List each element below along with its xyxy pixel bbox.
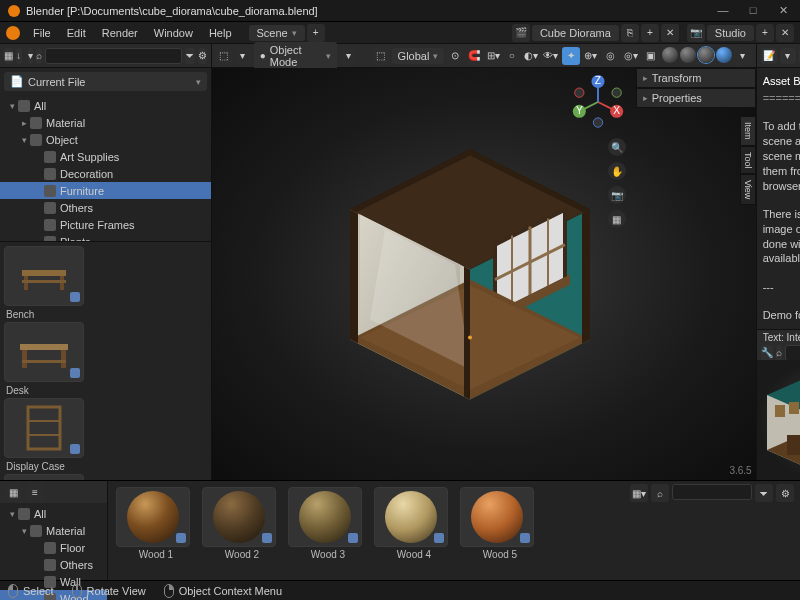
search-icon[interactable]: ⌕	[776, 345, 782, 360]
perspective-tool[interactable]: ▦	[608, 210, 626, 228]
tree-item[interactable]: Others	[0, 556, 107, 573]
menu-window[interactable]: Window	[147, 25, 200, 41]
transform-orientation[interactable]: Global ▾	[392, 48, 445, 64]
tree-item[interactable]: ▾Material	[0, 522, 107, 539]
orientation-icon[interactable]: ⬚	[373, 47, 389, 65]
tab-item[interactable]: Item	[740, 116, 756, 146]
proportional-type-button[interactable]: ◐▾	[523, 47, 539, 65]
material-card[interactable]: Wood 1	[116, 487, 196, 574]
preview-viewport[interactable]: 🔍 ✋	[757, 360, 800, 480]
bottom-search-input[interactable]	[672, 484, 752, 500]
menu-help[interactable]: Help	[202, 25, 239, 41]
material-card[interactable]: Wood 4	[374, 487, 454, 574]
shading-solid[interactable]	[680, 47, 696, 63]
workspace-tab[interactable]: Scene▾	[249, 25, 305, 41]
scene-link-button[interactable]: ⎘	[621, 24, 639, 42]
tree-item[interactable]: ▸Material	[0, 114, 211, 131]
editor-type-viewport[interactable]: ⬚	[216, 47, 232, 65]
asset-card[interactable]: Bench	[4, 246, 84, 320]
material-card[interactable]: Wood 5	[460, 487, 540, 574]
shading-wireframe[interactable]	[662, 47, 678, 63]
asset-card[interactable]: Dresser	[4, 474, 84, 480]
minimize-button[interactable]: —	[714, 4, 732, 17]
tree-item[interactable]: Plants	[0, 233, 211, 241]
tree-item[interactable]: Furniture	[0, 182, 211, 199]
add-workspace-button[interactable]: +	[307, 24, 325, 42]
filter-button[interactable]: ⏷	[185, 48, 195, 64]
bottom-menu-button[interactable]: ≡	[26, 483, 44, 501]
editor-type-button[interactable]: ▦	[4, 48, 13, 64]
menu-file[interactable]: File	[26, 25, 58, 41]
menu-render[interactable]: Render	[95, 25, 145, 41]
viewlayer-selector[interactable]: Studio	[707, 25, 754, 41]
gizmo-type-button[interactable]: ⊕▾	[582, 47, 600, 65]
text-editor-menu-button[interactable]: ▾	[780, 48, 796, 64]
tree-item[interactable]: Others	[0, 199, 211, 216]
blender-app-icon	[8, 5, 20, 17]
material-label: Wood 2	[202, 549, 282, 560]
tree-item[interactable]: Decoration	[0, 165, 211, 182]
tree-item[interactable]: ▾Object	[0, 131, 211, 148]
search-icon[interactable]: ⌕	[36, 48, 42, 64]
svg-rect-6	[61, 350, 66, 368]
shading-options-button[interactable]: ▾	[734, 47, 752, 65]
viewlayer-new-button[interactable]: +	[756, 24, 774, 42]
editor-dropdown-icon[interactable]: ▾	[235, 47, 251, 65]
text-editor-type-button[interactable]: 📝	[761, 48, 777, 64]
overlay-toggle[interactable]: ◎	[602, 47, 620, 65]
properties-panel-header[interactable]: ▸Properties	[636, 88, 756, 108]
props-editor-type-button[interactable]: 🔧	[761, 345, 773, 360]
maximize-button[interactable]: □	[744, 4, 762, 17]
gizmo-toggle[interactable]: ✦	[562, 47, 580, 65]
pivot-button[interactable]: ⊙	[447, 47, 463, 65]
tab-tool[interactable]: Tool	[740, 146, 756, 175]
svg-rect-4	[20, 344, 68, 350]
shading-material[interactable]	[698, 47, 714, 63]
tab-view[interactable]: View	[740, 174, 756, 205]
scene-selector[interactable]: Cube Diorama	[532, 25, 619, 41]
asset-card[interactable]: Desk	[4, 322, 84, 396]
tree-item[interactable]: ▾All	[0, 97, 211, 114]
asset-library-selector[interactable]: 📄Current File ▾	[4, 72, 207, 91]
text-editor-body[interactable]: Asset Browser Demo ================== To…	[757, 68, 800, 329]
status-rotate: Rotate View	[72, 584, 146, 598]
close-button[interactable]: ✕	[774, 4, 792, 17]
interaction-mode[interactable]: ● Object Mode ▾	[254, 42, 338, 70]
tree-item[interactable]: Art Supplies	[0, 148, 211, 165]
material-card[interactable]: Wood 2	[202, 487, 282, 574]
material-card[interactable]: Wood 3	[288, 487, 368, 574]
props-search-input[interactable]	[785, 345, 800, 360]
asset-search-input[interactable]	[45, 48, 182, 64]
shading-rendered[interactable]	[716, 47, 732, 63]
gear-icon[interactable]: ⚙	[198, 48, 207, 64]
snap-type-button[interactable]: ⊞▾	[485, 47, 501, 65]
bottom-display-button[interactable]: ▦▾	[630, 484, 648, 502]
overlay-type-button[interactable]: ◎▾	[622, 47, 640, 65]
search-icon[interactable]: ⌕	[651, 484, 669, 502]
xray-button[interactable]: ▣	[642, 47, 660, 65]
menu-edit[interactable]: Edit	[60, 25, 93, 41]
bottom-filter-button[interactable]: ⏷	[755, 484, 773, 502]
visibility-button[interactable]: 👁▾	[542, 47, 560, 65]
asset-display-button[interactable]: ▾	[28, 48, 34, 64]
camera-tool[interactable]: 📷	[608, 186, 626, 204]
tree-item[interactable]: ▾All	[0, 505, 107, 522]
3d-viewport[interactable]: Item Tool View ▸Transform ▸Properties X …	[212, 68, 756, 480]
proportional-edit-button[interactable]: ○	[504, 47, 520, 65]
viewport-menu-button[interactable]: ▾	[340, 47, 356, 65]
viewlayer-delete-button[interactable]: ✕	[776, 24, 794, 42]
scene-delete-button[interactable]: ✕	[661, 24, 679, 42]
scene-new-button[interactable]: +	[641, 24, 659, 42]
pan-tool[interactable]: ✋	[608, 162, 626, 180]
zoom-tool[interactable]: 🔍	[608, 138, 626, 156]
tree-item[interactable]: Floor	[0, 539, 107, 556]
tree-item[interactable]: Picture Frames	[0, 216, 211, 233]
material-label: Wood 3	[288, 549, 368, 560]
bottom-editor-type-button[interactable]: ▦	[4, 483, 22, 501]
asset-card[interactable]: Display Case	[4, 398, 84, 472]
navigation-gizmo[interactable]: X Y Z	[570, 74, 626, 130]
asset-import-button[interactable]: ↓	[16, 48, 22, 64]
snap-button[interactable]: 🧲	[466, 47, 482, 65]
transform-panel-header[interactable]: ▸Transform	[636, 68, 756, 88]
gear-icon[interactable]: ⚙	[776, 484, 794, 502]
